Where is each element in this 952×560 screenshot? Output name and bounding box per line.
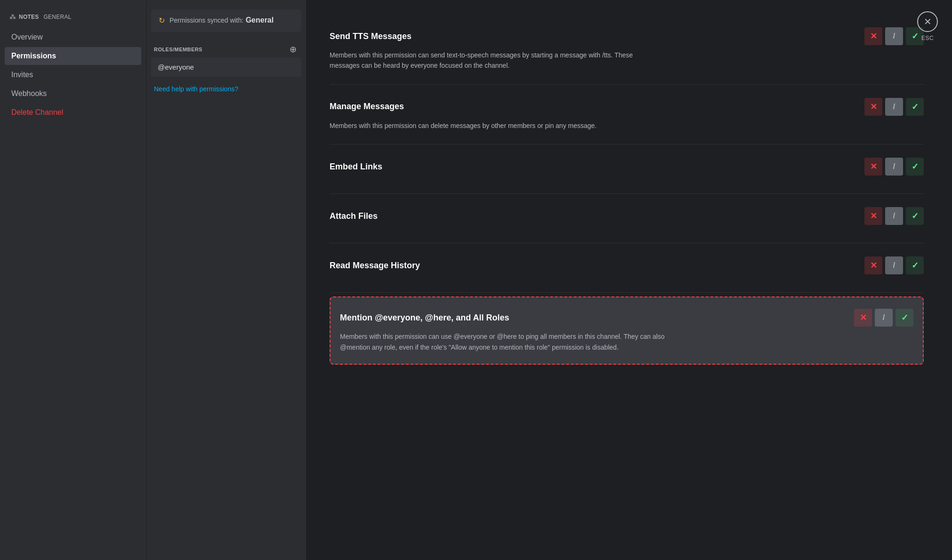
perm-neutral-mention-everyone[interactable]: / (875, 309, 893, 327)
role-item-everyone[interactable]: @everyone (151, 57, 301, 77)
permission-row-mention-everyone: Mention @everyone, @here, and All Roles✕… (330, 296, 924, 365)
perm-controls-read-message-history: ✕/✓ (864, 256, 924, 274)
close-button[interactable]: ✕ (917, 11, 938, 32)
perm-allow-manage-messages[interactable]: ✓ (906, 98, 924, 116)
perm-allow-mention-everyone[interactable]: ✓ (896, 309, 913, 327)
perm-controls-manage-messages: ✕/✓ (864, 98, 924, 116)
perm-title-mention-everyone: Mention @everyone, @here, and All Roles (340, 313, 509, 323)
perm-neutral-manage-messages[interactable]: / (885, 98, 903, 116)
perm-controls-embed-links: ✕/✓ (864, 158, 924, 176)
perm-neutral-send-tts-messages[interactable]: / (885, 27, 903, 45)
permission-row-read-message-history: Read Message History✕/✓ (330, 243, 924, 293)
perm-deny-embed-links[interactable]: ✕ (864, 158, 882, 176)
perm-header-manage-messages: Manage Messages✕/✓ (330, 98, 924, 116)
perm-deny-manage-messages[interactable]: ✕ (864, 98, 882, 116)
perm-title-manage-messages: Manage Messages (330, 102, 404, 112)
permissions-list: Send TTS Messages✕/✓Members with this pe… (330, 14, 924, 365)
perm-neutral-embed-links[interactable]: / (885, 158, 903, 176)
add-role-button[interactable]: ⊕ (288, 45, 299, 54)
close-button-area: ✕ ESC (917, 11, 938, 41)
perm-title-attach-files: Attach Files (330, 211, 378, 221)
perm-header-attach-files: Attach Files✕/✓ (330, 207, 924, 225)
perm-deny-read-message-history[interactable]: ✕ (864, 256, 882, 274)
perm-controls-attach-files: ✕/✓ (864, 207, 924, 225)
perm-title-read-message-history: Read Message History (330, 261, 420, 271)
sidebar-header: ⁂ NOTES GENERAL (5, 9, 141, 28)
perm-deny-mention-everyone[interactable]: ✕ (854, 309, 872, 327)
sync-label: Permissions synced with: (169, 16, 243, 24)
perm-description-manage-messages: Members with this permission can delete … (330, 120, 659, 131)
help-link[interactable]: Need help with permissions? (151, 78, 301, 93)
perm-deny-attach-files[interactable]: ✕ (864, 207, 882, 225)
perm-allow-read-message-history[interactable]: ✓ (906, 256, 924, 274)
role-items-list: @everyone (151, 57, 301, 77)
sidebar: ⁂ NOTES GENERAL OverviewPermissionsInvit… (0, 0, 146, 560)
perm-description-mention-everyone: Members with this permission can use @ev… (340, 331, 670, 352)
perm-description-send-tts-messages: Members with this permission can send te… (330, 50, 659, 71)
perm-allow-attach-files[interactable]: ✓ (906, 207, 924, 225)
sidebar-channel-category: GENERAL (44, 14, 72, 20)
close-icon: ✕ (924, 16, 932, 27)
esc-label: ESC (921, 35, 934, 41)
sidebar-item-delete-channel[interactable]: Delete Channel (5, 104, 141, 121)
perm-neutral-attach-files[interactable]: / (885, 207, 903, 225)
perm-header-send-tts-messages: Send TTS Messages✕/✓ (330, 27, 924, 45)
sidebar-channel-name: NOTES (19, 14, 39, 20)
perm-title-send-tts-messages: Send TTS Messages (330, 32, 411, 41)
roles-members-label: ROLES/MEMBERS (154, 47, 202, 52)
middle-panel: ↻ Permissions synced with: General ROLES… (146, 0, 306, 560)
perm-header-embed-links: Embed Links✕/✓ (330, 158, 924, 176)
perm-deny-send-tts-messages[interactable]: ✕ (864, 27, 882, 45)
perm-title-embed-links: Embed Links (330, 162, 382, 172)
permission-row-attach-files: Attach Files✕/✓ (330, 194, 924, 243)
sidebar-item-overview[interactable]: Overview (5, 28, 141, 46)
channel-icon: ⁂ (9, 13, 16, 21)
perm-allow-embed-links[interactable]: ✓ (906, 158, 924, 176)
sync-badge: ↻ Permissions synced with: General (151, 9, 301, 32)
roles-header-row: ROLES/MEMBERS ⊕ (151, 43, 301, 57)
perm-header-read-message-history: Read Message History✕/✓ (330, 256, 924, 274)
permission-row-send-tts-messages: Send TTS Messages✕/✓Members with this pe… (330, 14, 924, 85)
sidebar-item-permissions[interactable]: Permissions (5, 47, 141, 65)
perm-header-mention-everyone: Mention @everyone, @here, and All Roles✕… (340, 309, 913, 327)
permission-row-manage-messages: Manage Messages✕/✓Members with this perm… (330, 85, 924, 144)
sidebar-item-webhooks[interactable]: Webhooks (5, 85, 141, 103)
sidebar-item-invites[interactable]: Invites (5, 66, 141, 84)
sidebar-nav: OverviewPermissionsInvitesWebhooksDelete… (5, 28, 141, 121)
perm-controls-send-tts-messages: ✕/✓ (864, 27, 924, 45)
main-content: ✕ ESC Send TTS Messages✕/✓Members with t… (306, 0, 952, 560)
sync-info: Permissions synced with: General (169, 16, 274, 25)
perm-controls-mention-everyone: ✕/✓ (854, 309, 913, 327)
perm-neutral-read-message-history[interactable]: / (885, 256, 903, 274)
sync-value: General (246, 16, 274, 24)
sync-icon: ↻ (159, 16, 165, 25)
permission-row-embed-links: Embed Links✕/✓ (330, 144, 924, 194)
